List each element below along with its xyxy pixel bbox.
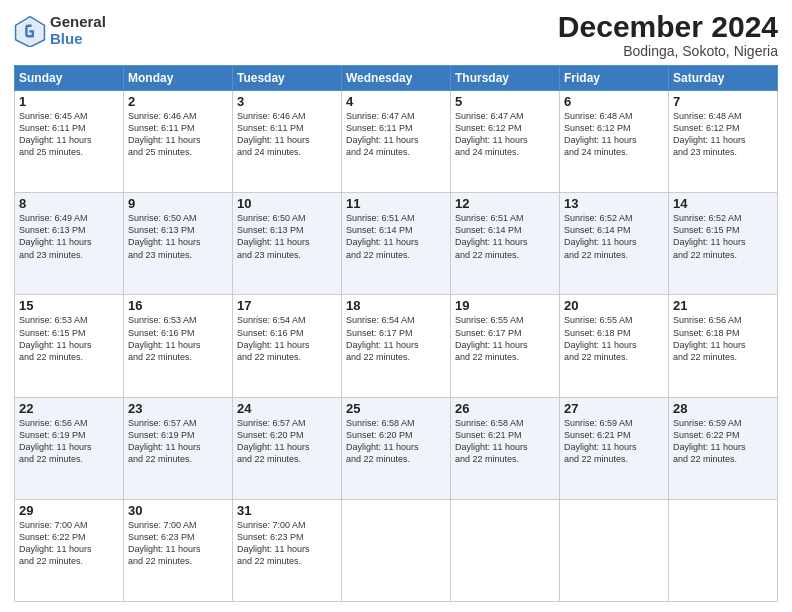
day-info: Sunrise: 6:48 AM Sunset: 6:12 PM Dayligh…	[564, 110, 664, 159]
calendar-day-header: Tuesday	[233, 66, 342, 91]
calendar-week-row: 29Sunrise: 7:00 AM Sunset: 6:22 PM Dayli…	[15, 499, 778, 601]
day-number: 30	[128, 503, 228, 518]
day-info: Sunrise: 6:46 AM Sunset: 6:11 PM Dayligh…	[128, 110, 228, 159]
calendar-cell: 12Sunrise: 6:51 AM Sunset: 6:14 PM Dayli…	[451, 193, 560, 295]
calendar-day-header: Thursday	[451, 66, 560, 91]
calendar-cell: 10Sunrise: 6:50 AM Sunset: 6:13 PM Dayli…	[233, 193, 342, 295]
day-info: Sunrise: 6:54 AM Sunset: 6:17 PM Dayligh…	[346, 314, 446, 363]
day-info: Sunrise: 6:47 AM Sunset: 6:12 PM Dayligh…	[455, 110, 555, 159]
calendar-cell: 27Sunrise: 6:59 AM Sunset: 6:21 PM Dayli…	[560, 397, 669, 499]
day-number: 8	[19, 196, 119, 211]
day-info: Sunrise: 6:54 AM Sunset: 6:16 PM Dayligh…	[237, 314, 337, 363]
logo-text: General Blue	[50, 14, 106, 47]
calendar-cell	[560, 499, 669, 601]
calendar-cell: 25Sunrise: 6:58 AM Sunset: 6:20 PM Dayli…	[342, 397, 451, 499]
calendar-cell	[342, 499, 451, 601]
calendar-cell: 5Sunrise: 6:47 AM Sunset: 6:12 PM Daylig…	[451, 91, 560, 193]
calendar-cell: 8Sunrise: 6:49 AM Sunset: 6:13 PM Daylig…	[15, 193, 124, 295]
calendar-cell: 7Sunrise: 6:48 AM Sunset: 6:12 PM Daylig…	[669, 91, 778, 193]
calendar-cell: 16Sunrise: 6:53 AM Sunset: 6:16 PM Dayli…	[124, 295, 233, 397]
day-info: Sunrise: 6:56 AM Sunset: 6:19 PM Dayligh…	[19, 417, 119, 466]
calendar-cell: 15Sunrise: 6:53 AM Sunset: 6:15 PM Dayli…	[15, 295, 124, 397]
day-info: Sunrise: 6:55 AM Sunset: 6:18 PM Dayligh…	[564, 314, 664, 363]
calendar-cell: 21Sunrise: 6:56 AM Sunset: 6:18 PM Dayli…	[669, 295, 778, 397]
day-info: Sunrise: 6:56 AM Sunset: 6:18 PM Dayligh…	[673, 314, 773, 363]
calendar-cell: 28Sunrise: 6:59 AM Sunset: 6:22 PM Dayli…	[669, 397, 778, 499]
day-number: 29	[19, 503, 119, 518]
calendar-cell: 29Sunrise: 7:00 AM Sunset: 6:22 PM Dayli…	[15, 499, 124, 601]
day-number: 28	[673, 401, 773, 416]
day-number: 18	[346, 298, 446, 313]
day-info: Sunrise: 6:48 AM Sunset: 6:12 PM Dayligh…	[673, 110, 773, 159]
calendar-cell: 3Sunrise: 6:46 AM Sunset: 6:11 PM Daylig…	[233, 91, 342, 193]
day-info: Sunrise: 6:46 AM Sunset: 6:11 PM Dayligh…	[237, 110, 337, 159]
day-info: Sunrise: 6:49 AM Sunset: 6:13 PM Dayligh…	[19, 212, 119, 261]
day-number: 15	[19, 298, 119, 313]
calendar-cell: 20Sunrise: 6:55 AM Sunset: 6:18 PM Dayli…	[560, 295, 669, 397]
calendar-day-header: Saturday	[669, 66, 778, 91]
day-info: Sunrise: 7:00 AM Sunset: 6:23 PM Dayligh…	[128, 519, 228, 568]
logo-general: General	[50, 14, 106, 31]
calendar-table: SundayMondayTuesdayWednesdayThursdayFrid…	[14, 65, 778, 602]
day-number: 26	[455, 401, 555, 416]
day-number: 1	[19, 94, 119, 109]
day-number: 19	[455, 298, 555, 313]
day-info: Sunrise: 6:59 AM Sunset: 6:21 PM Dayligh…	[564, 417, 664, 466]
calendar-cell: 4Sunrise: 6:47 AM Sunset: 6:11 PM Daylig…	[342, 91, 451, 193]
day-info: Sunrise: 6:53 AM Sunset: 6:16 PM Dayligh…	[128, 314, 228, 363]
calendar-week-row: 15Sunrise: 6:53 AM Sunset: 6:15 PM Dayli…	[15, 295, 778, 397]
main-title: December 2024	[558, 10, 778, 43]
day-info: Sunrise: 6:58 AM Sunset: 6:20 PM Dayligh…	[346, 417, 446, 466]
day-number: 20	[564, 298, 664, 313]
calendar-cell: 19Sunrise: 6:55 AM Sunset: 6:17 PM Dayli…	[451, 295, 560, 397]
calendar-week-row: 8Sunrise: 6:49 AM Sunset: 6:13 PM Daylig…	[15, 193, 778, 295]
day-number: 25	[346, 401, 446, 416]
day-number: 2	[128, 94, 228, 109]
calendar-cell: 9Sunrise: 6:50 AM Sunset: 6:13 PM Daylig…	[124, 193, 233, 295]
calendar-cell: 13Sunrise: 6:52 AM Sunset: 6:14 PM Dayli…	[560, 193, 669, 295]
calendar-header-row: SundayMondayTuesdayWednesdayThursdayFrid…	[15, 66, 778, 91]
calendar-cell: 14Sunrise: 6:52 AM Sunset: 6:15 PM Dayli…	[669, 193, 778, 295]
day-number: 14	[673, 196, 773, 211]
calendar-cell: 23Sunrise: 6:57 AM Sunset: 6:19 PM Dayli…	[124, 397, 233, 499]
calendar-cell: 6Sunrise: 6:48 AM Sunset: 6:12 PM Daylig…	[560, 91, 669, 193]
day-number: 5	[455, 94, 555, 109]
calendar-cell: 26Sunrise: 6:58 AM Sunset: 6:21 PM Dayli…	[451, 397, 560, 499]
calendar-cell: 30Sunrise: 7:00 AM Sunset: 6:23 PM Dayli…	[124, 499, 233, 601]
day-number: 7	[673, 94, 773, 109]
day-info: Sunrise: 7:00 AM Sunset: 6:22 PM Dayligh…	[19, 519, 119, 568]
day-number: 17	[237, 298, 337, 313]
subtitle: Bodinga, Sokoto, Nigeria	[558, 43, 778, 59]
day-info: Sunrise: 6:47 AM Sunset: 6:11 PM Dayligh…	[346, 110, 446, 159]
day-info: Sunrise: 6:51 AM Sunset: 6:14 PM Dayligh…	[455, 212, 555, 261]
calendar-cell: 22Sunrise: 6:56 AM Sunset: 6:19 PM Dayli…	[15, 397, 124, 499]
day-info: Sunrise: 6:58 AM Sunset: 6:21 PM Dayligh…	[455, 417, 555, 466]
header: General Blue December 2024 Bodinga, Soko…	[14, 10, 778, 59]
title-block: December 2024 Bodinga, Sokoto, Nigeria	[558, 10, 778, 59]
day-number: 16	[128, 298, 228, 313]
page: General Blue December 2024 Bodinga, Soko…	[0, 0, 792, 612]
calendar-cell: 18Sunrise: 6:54 AM Sunset: 6:17 PM Dayli…	[342, 295, 451, 397]
day-number: 6	[564, 94, 664, 109]
day-info: Sunrise: 6:45 AM Sunset: 6:11 PM Dayligh…	[19, 110, 119, 159]
calendar-cell: 31Sunrise: 7:00 AM Sunset: 6:23 PM Dayli…	[233, 499, 342, 601]
calendar-cell: 11Sunrise: 6:51 AM Sunset: 6:14 PM Dayli…	[342, 193, 451, 295]
logo-blue: Blue	[50, 31, 106, 48]
day-info: Sunrise: 6:52 AM Sunset: 6:14 PM Dayligh…	[564, 212, 664, 261]
day-number: 13	[564, 196, 664, 211]
calendar-cell: 2Sunrise: 6:46 AM Sunset: 6:11 PM Daylig…	[124, 91, 233, 193]
calendar-cell	[451, 499, 560, 601]
calendar-day-header: Friday	[560, 66, 669, 91]
day-number: 9	[128, 196, 228, 211]
day-number: 10	[237, 196, 337, 211]
calendar-day-header: Monday	[124, 66, 233, 91]
day-info: Sunrise: 6:59 AM Sunset: 6:22 PM Dayligh…	[673, 417, 773, 466]
day-info: Sunrise: 6:51 AM Sunset: 6:14 PM Dayligh…	[346, 212, 446, 261]
day-number: 31	[237, 503, 337, 518]
calendar-cell: 24Sunrise: 6:57 AM Sunset: 6:20 PM Dayli…	[233, 397, 342, 499]
calendar-day-header: Wednesday	[342, 66, 451, 91]
calendar-week-row: 22Sunrise: 6:56 AM Sunset: 6:19 PM Dayli…	[15, 397, 778, 499]
day-number: 4	[346, 94, 446, 109]
day-number: 21	[673, 298, 773, 313]
day-info: Sunrise: 6:50 AM Sunset: 6:13 PM Dayligh…	[237, 212, 337, 261]
